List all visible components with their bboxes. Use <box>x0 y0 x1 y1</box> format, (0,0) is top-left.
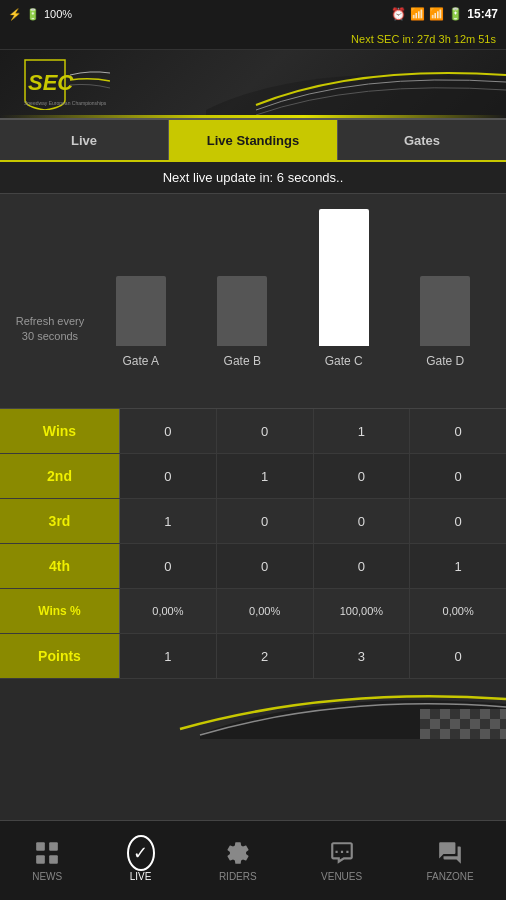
svg-rect-16 <box>460 719 470 729</box>
svg-rect-20 <box>500 719 506 729</box>
nav-live-label: LIVE <box>130 871 152 882</box>
cells-2nd: 0 1 0 0 <box>120 454 506 498</box>
signal-icon: 📶 <box>429 7 444 21</box>
tab-live[interactable]: Live <box>0 120 169 160</box>
time-display: 15:47 <box>467 7 498 21</box>
label-wins-pct: Wins % <box>0 589 120 633</box>
grid-icon <box>33 839 61 867</box>
nav-venues[interactable]: VENUES <box>321 839 362 882</box>
svg-rect-13 <box>430 719 440 729</box>
cell-wins-pct-a: 0,00% <box>120 589 217 633</box>
cell-2nd-b: 1 <box>217 454 314 498</box>
nav-riders[interactable]: RIDERS <box>219 839 257 882</box>
cell-2nd-c: 0 <box>314 454 411 498</box>
nav-live[interactable]: ✓ LIVE <box>127 839 155 882</box>
label-gate-c: Gate C <box>325 354 363 368</box>
chart-col-gate-d: Gate D <box>420 209 470 368</box>
cells-4th: 0 0 0 1 <box>120 544 506 588</box>
checkmark-icon: ✓ <box>133 842 148 864</box>
svg-text:SEC: SEC <box>28 70 74 95</box>
cell-points-c: 3 <box>314 634 411 678</box>
chat-two-icon <box>436 839 464 867</box>
wifi-icon: 📶 <box>410 7 425 21</box>
nav-fanzone-label: FANZONE <box>427 871 474 882</box>
cells-points: 1 2 3 0 <box>120 634 506 678</box>
svg-rect-30 <box>36 842 45 851</box>
svg-rect-6 <box>450 709 460 719</box>
cell-wins-c: 1 <box>314 409 411 453</box>
cell-points-b: 2 <box>217 634 314 678</box>
tab-bar: Live Live Standings Gates <box>0 120 506 162</box>
swoosh-svg <box>0 679 506 739</box>
chart-refresh-label: Refresh every30 seconds <box>10 314 90 368</box>
status-bar: ⚡ 🔋 100% ⏰ 📶 📶 🔋 15:47 <box>0 0 506 28</box>
logo-container: SEC Speedway European Championships <box>10 55 110 114</box>
svg-rect-3 <box>420 709 430 719</box>
usb-icon: ⚡ <box>8 8 22 21</box>
cell-3rd-d: 0 <box>410 499 506 543</box>
svg-text:Speedway European Championship: Speedway European Championships <box>24 100 107 106</box>
svg-rect-32 <box>36 855 45 864</box>
cell-4th-c: 0 <box>314 544 411 588</box>
cell-4th-b: 0 <box>217 544 314 588</box>
tab-gates[interactable]: Gates <box>338 120 506 160</box>
label-gate-a: Gate A <box>122 354 159 368</box>
cell-points-d: 0 <box>410 634 506 678</box>
bottom-swoosh <box>0 679 506 739</box>
cell-wins-pct-c: 100,00% <box>314 589 411 633</box>
row-2nd: 2nd 0 1 0 0 <box>0 454 506 499</box>
svg-rect-22 <box>430 729 440 739</box>
svg-rect-31 <box>49 842 58 851</box>
cell-wins-pct-d: 0,00% <box>410 589 506 633</box>
cell-points-a: 1 <box>120 634 217 678</box>
bottom-nav: NEWS ✓ LIVE RIDERS VENUES <box>0 820 506 900</box>
svg-rect-27 <box>480 729 490 739</box>
nav-fanzone[interactable]: FANZONE <box>427 839 474 882</box>
cell-4th-a: 0 <box>120 544 217 588</box>
svg-rect-14 <box>440 719 450 729</box>
cells-wins-pct: 0,00% 0,00% 100,00% 0,00% <box>120 589 506 633</box>
svg-rect-12 <box>420 719 430 729</box>
nav-news-label: NEWS <box>32 871 62 882</box>
chart-col-gate-b: Gate B <box>217 209 267 368</box>
svg-rect-26 <box>470 729 480 739</box>
chart-area: Refresh every30 seconds Gate A Gate B Ga… <box>0 194 506 409</box>
svg-rect-25 <box>460 729 470 739</box>
bar-gate-d <box>420 276 470 346</box>
nav-news[interactable]: NEWS <box>32 839 62 882</box>
chart-col-gate-c: Gate C <box>319 209 369 368</box>
cell-wins-a: 0 <box>120 409 217 453</box>
gear-icon <box>224 839 252 867</box>
nav-venues-label: VENUES <box>321 871 362 882</box>
status-left: ⚡ 🔋 100% <box>8 8 72 21</box>
row-3rd: 3rd 1 0 0 0 <box>0 499 506 544</box>
row-points: Points 1 2 3 0 <box>0 634 506 679</box>
svg-rect-18 <box>480 719 490 729</box>
label-gate-b: Gate B <box>224 354 261 368</box>
label-2nd: 2nd <box>0 454 120 498</box>
svg-rect-29 <box>500 729 506 739</box>
svg-rect-23 <box>440 729 450 739</box>
status-right: ⏰ 📶 📶 🔋 15:47 <box>391 7 498 21</box>
label-4th: 4th <box>0 544 120 588</box>
svg-rect-33 <box>49 855 58 864</box>
tab-live-standings[interactable]: Live Standings <box>169 120 338 160</box>
battery-percent: 100% <box>44 8 72 20</box>
cell-3rd-c: 0 <box>314 499 411 543</box>
bar-gate-b <box>217 276 267 346</box>
cell-wins-b: 0 <box>217 409 314 453</box>
data-table: Wins 0 0 1 0 2nd 0 1 0 0 3rd 1 0 0 0 4th… <box>0 409 506 679</box>
svg-rect-10 <box>490 709 500 719</box>
bar-gate-a <box>116 276 166 346</box>
logo-svg: SEC Speedway European Championships <box>10 55 110 110</box>
label-gate-d: Gate D <box>426 354 464 368</box>
svg-rect-24 <box>450 729 460 739</box>
row-wins: Wins 0 0 1 0 <box>0 409 506 454</box>
battery-full-icon: 🔋 <box>448 7 463 21</box>
alarm-icon: ⏰ <box>391 7 406 21</box>
cell-3rd-a: 1 <box>120 499 217 543</box>
next-sec-bar: Next SEC in: 27d 3h 12m 51s <box>0 28 506 50</box>
svg-rect-28 <box>490 729 500 739</box>
update-bar: Next live update in: 6 seconds.. <box>0 162 506 194</box>
cells-wins: 0 0 1 0 <box>120 409 506 453</box>
